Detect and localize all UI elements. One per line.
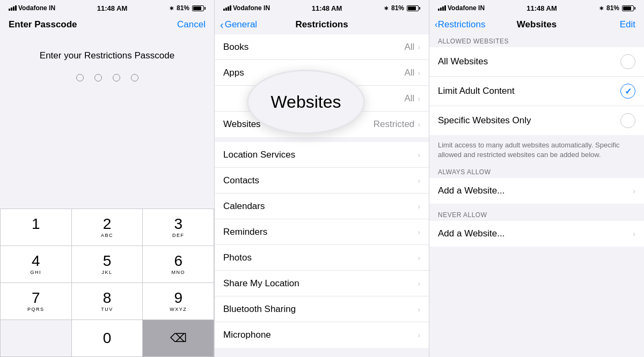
websites-label: Websites (223, 119, 261, 130)
all-websites-check (620, 54, 635, 69)
battery-percent: 81% (606, 4, 619, 12)
keypad: 1 2 ABC 3 DEF 4 GHI 5 JKL 6 MN (0, 209, 214, 357)
all-websites-option[interactable]: All Websites (429, 47, 644, 77)
restrictions-nav-title: Restrictions (295, 19, 348, 30)
bluetooth-icon: ∗ (599, 5, 604, 12)
time-display: 11:48 AM (97, 4, 128, 12)
key-3[interactable]: 3 DEF (143, 209, 214, 246)
list-item-microphone[interactable]: Microphone › (215, 322, 429, 348)
key-7[interactable]: 7 PQRS (1, 283, 71, 319)
share-location-label: Share My Location (223, 278, 299, 289)
passcode-panel: Vodafone IN 11:48 AM ∗ 81% Enter Passcod… (0, 0, 215, 357)
key-8[interactable]: 8 TUV (72, 283, 143, 319)
websites-nav-bar: ‹ Restrictions Websites Edit (429, 15, 644, 34)
battery-area: ∗ 81% (599, 4, 635, 12)
back-label: General (225, 19, 257, 30)
passcode-nav-bar: Enter Passcode Cancel (0, 15, 214, 34)
time-display: 11:48 AM (526, 4, 557, 12)
passcode-dots (76, 74, 138, 81)
dot-1 (76, 74, 84, 81)
keypad-row-4: 0 ⌫ (1, 320, 214, 356)
key-empty (1, 320, 71, 356)
list-item-share-location[interactable]: Share My Location › (215, 271, 429, 296)
description-text: Limit access to many adult websites auto… (429, 135, 644, 165)
checkmark-icon: ✓ (625, 86, 632, 96)
photos-label: Photos (223, 252, 252, 263)
passcode-nav-title: Enter Passcode (9, 19, 77, 30)
chevron-icon: › (633, 229, 635, 238)
chevron-icon: › (418, 254, 420, 262)
carrier-area: Vodafone IN (438, 4, 485, 12)
restrictions-panel: Vodafone IN 11:48 AM ∗ 81% ‹ General Res… (215, 0, 429, 357)
dot-2 (94, 74, 102, 81)
websites-list: ALLOWED WEBSITES All Websites Limit Adul… (429, 34, 644, 357)
chevron-icon: › (418, 228, 420, 236)
battery-icon (192, 5, 206, 11)
share-location-value: › (418, 279, 420, 288)
status-bar-3: Vodafone IN 11:48 AM ∗ 81% (429, 0, 644, 15)
delete-icon: ⌫ (170, 331, 187, 345)
battery-icon (407, 5, 420, 11)
key-6[interactable]: 6 MNO (143, 246, 214, 282)
list-item-reminders[interactable]: Reminders › (215, 219, 429, 245)
always-add-website[interactable]: Add a Website... › (429, 178, 644, 204)
back-label: Restrictions (438, 19, 486, 30)
never-allow-header: NEVER ALLOW (429, 208, 644, 221)
always-allow-header: ALWAYS ALLOW (429, 165, 644, 178)
location-label: Location Services (223, 150, 295, 160)
time-display: 11:48 AM (312, 4, 342, 12)
list-item-bluetooth[interactable]: Bluetooth Sharing › (215, 296, 429, 322)
never-add-website[interactable]: Add a Website... › (429, 221, 644, 247)
back-to-restrictions[interactable]: ‹ Restrictions (435, 19, 485, 30)
microphone-label: Microphone (223, 330, 271, 340)
status-bar-2: Vodafone IN 11:48 AM ∗ 81% (215, 0, 429, 15)
always-add-label: Add a Website... (438, 185, 504, 196)
key-delete[interactable]: ⌫ (143, 320, 214, 356)
cancel-button[interactable]: Cancel (177, 19, 206, 30)
contacts-label: Contacts (223, 175, 259, 186)
signal-icon (223, 5, 231, 11)
key-0[interactable]: 0 (72, 320, 143, 356)
passcode-prompt: Enter your Restrictions Passcode (40, 50, 174, 61)
key-5[interactable]: 5 JKL (72, 246, 143, 282)
chevron-icon: › (418, 202, 420, 211)
edit-button[interactable]: Edit (620, 19, 635, 30)
specific-websites-option[interactable]: Specific Websites Only (429, 106, 644, 135)
key-9[interactable]: 9 WXYZ (143, 283, 214, 319)
location-value: › (418, 151, 420, 159)
battery-percent: 81% (177, 4, 189, 12)
reminders-label: Reminders (223, 227, 267, 237)
dot-4 (131, 74, 138, 81)
back-to-general[interactable]: ‹ General (220, 19, 257, 31)
all-websites-label: All Websites (438, 56, 488, 67)
battery-percent: 81% (391, 4, 404, 12)
calendars-label: Calendars (223, 201, 265, 212)
limit-adult-check: ✓ (620, 84, 635, 99)
bluetooth-icon: ∗ (169, 5, 174, 12)
bluetooth-icon: ∗ (384, 5, 389, 12)
bluetooth-label: Bluetooth Sharing (223, 304, 296, 315)
key-4[interactable]: 4 GHI (1, 246, 71, 282)
apps-label: Apps (223, 68, 244, 78)
key-1[interactable]: 1 (1, 209, 71, 246)
battery-area: ∗ 81% (169, 4, 206, 12)
contacts-value: › (418, 176, 420, 185)
list-item-contacts[interactable]: Contacts › (215, 168, 429, 194)
carrier-text: Vodafone IN (18, 4, 55, 12)
list-item-location-services[interactable]: Location Services › (215, 142, 429, 168)
key-2[interactable]: 2 ABC (72, 209, 143, 246)
specific-websites-check (620, 113, 635, 128)
list-item-calendars[interactable]: Calendars › (215, 194, 429, 219)
limit-adult-option[interactable]: Limit Adult Content ✓ (429, 77, 644, 106)
restrictions-nav-bar: ‹ General Restrictions (215, 15, 429, 34)
list-item-photos[interactable]: Photos › (215, 245, 429, 271)
list-item-books[interactable]: Books All › (215, 34, 429, 60)
battery-area: ∗ 81% (384, 4, 420, 12)
chevron-icon: › (418, 43, 420, 51)
books-value: All › (404, 42, 420, 53)
books-label: Books (223, 42, 248, 53)
status-bar-1: Vodafone IN 11:48 AM ∗ 81% (0, 0, 214, 15)
chevron-icon: › (418, 279, 420, 288)
dot-3 (113, 74, 120, 81)
carrier-text: Vodafone IN (233, 4, 270, 12)
